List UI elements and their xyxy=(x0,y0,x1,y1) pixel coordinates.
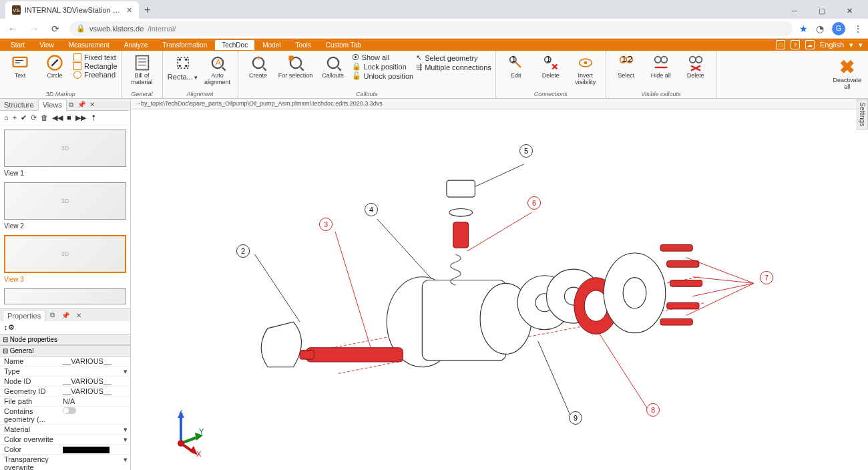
window-minimize-icon[interactable]: ─ xyxy=(781,3,808,19)
callout-5[interactable]: 5 xyxy=(519,144,533,158)
sort-icon[interactable]: ↕⚙ xyxy=(4,323,15,331)
props-close-icon[interactable]: ✕ xyxy=(74,312,83,319)
tab-properties[interactable]: Properties xyxy=(3,310,45,322)
help-icon[interactable]: ? xyxy=(791,40,800,49)
window-maximize-icon[interactable]: ▢ xyxy=(809,3,835,19)
ribbon-tab-measurement[interactable]: Measurement xyxy=(62,40,116,50)
create-callout-button[interactable]: + Create xyxy=(242,52,274,90)
add-view-icon[interactable]: + xyxy=(13,113,17,122)
prev-icon[interactable]: ◀◀ xyxy=(52,113,63,122)
delete-view-icon[interactable]: 🗑 xyxy=(41,113,48,122)
ribbon-tab-tools[interactable]: Tools xyxy=(288,40,317,50)
info-icon[interactable]: □ xyxy=(776,40,785,49)
for-selection-button[interactable]: For selection xyxy=(277,52,314,90)
check-icon[interactable]: ✔ xyxy=(21,113,27,122)
props-dock-icon[interactable]: ⧉ xyxy=(48,311,57,319)
refresh-icon[interactable]: ⟳ xyxy=(31,113,37,122)
deactivate-all-button[interactable]: ✖ Deactivate all xyxy=(826,51,868,98)
section-general[interactable]: General xyxy=(0,345,130,357)
edit-connection-button[interactable]: 1 Edit xyxy=(500,52,532,90)
prop-val-transp-ow[interactable] xyxy=(60,455,130,470)
cloud-icon[interactable]: ☁ xyxy=(805,40,815,49)
select-callouts-button[interactable]: 12 Select xyxy=(610,52,642,90)
hide-all-button[interactable]: Hide all xyxy=(645,52,677,90)
bom-button[interactable]: Bill of material xyxy=(126,52,158,90)
invert-visibility-button[interactable]: Invert visibility xyxy=(570,52,602,90)
prop-val-color[interactable] xyxy=(60,445,130,454)
prop-val-contains[interactable] xyxy=(60,407,130,424)
panel-dock-icon[interactable]: ⧉ xyxy=(67,101,75,109)
browser-tab[interactable]: VS INTERNAL 3DViewStation WebV × xyxy=(5,1,139,19)
user-avatar[interactable]: G xyxy=(832,22,845,35)
window-close-icon[interactable]: ✕ xyxy=(836,3,863,19)
callouts-button[interactable]: Callouts xyxy=(317,52,349,90)
recta-button[interactable]: Recta... ▾ xyxy=(167,52,199,90)
color-swatch[interactable] xyxy=(63,447,110,453)
rectangle-button[interactable]: Rectangle xyxy=(73,62,118,70)
panel-close-icon[interactable]: ✕ xyxy=(87,101,97,108)
3d-canvas[interactable]: 23456789 Z Y X xyxy=(131,109,868,470)
prop-val-nodeid[interactable]: __VARIOUS__ xyxy=(60,377,130,386)
language-selector[interactable]: English xyxy=(820,41,844,49)
stop-icon[interactable]: ■ xyxy=(67,113,71,122)
bookmark-star-icon[interactable]: ★ xyxy=(799,23,808,34)
delete-connection-button[interactable]: 1 Delete xyxy=(535,52,567,90)
tab-views[interactable]: Views xyxy=(38,99,67,111)
callout-6[interactable]: 6 xyxy=(527,196,541,210)
delete-callouts-button[interactable]: Delete xyxy=(680,52,712,90)
prop-val-color-ow[interactable] xyxy=(60,435,130,444)
view-thumb-4[interactable] xyxy=(4,288,126,304)
prop-val-name[interactable]: __VARIOUS__ xyxy=(60,357,130,366)
browser-menu-icon[interactable]: ⋮ xyxy=(853,23,863,34)
nav-back-icon[interactable]: ← xyxy=(5,23,20,34)
freehand-button[interactable]: Freehand xyxy=(73,71,118,79)
ribbon-tab-custom[interactable]: Custom Tab xyxy=(319,40,368,50)
props-pin-icon[interactable]: 📌 xyxy=(59,312,71,319)
ribbon-tab-model[interactable]: Model xyxy=(256,40,287,50)
unlock-position-button[interactable]: 🔓Unlock position xyxy=(352,71,414,80)
select-geometry-button[interactable]: ↖Select geometry xyxy=(416,53,491,62)
ribbon-tab-transformation[interactable]: Transformation xyxy=(156,40,214,50)
lock-position-button[interactable]: 🔒Lock position xyxy=(352,62,414,71)
view-thumb-2[interactable]: 3D xyxy=(4,182,126,220)
circle-button[interactable]: Circle xyxy=(39,52,71,90)
ribbon-tab-view[interactable]: View xyxy=(33,40,61,50)
tab-structure[interactable]: Structure xyxy=(0,99,38,110)
multiple-connections-button[interactable]: ⇶Multiple connections xyxy=(416,63,491,71)
prop-val-geomid[interactable]: __VARIOUS__ xyxy=(60,387,130,396)
next-icon[interactable]: ▶▶ xyxy=(75,113,86,122)
text-button[interactable]: Text xyxy=(4,52,36,90)
nav-reload-icon[interactable]: ⟳ xyxy=(48,23,63,34)
callout-2[interactable]: 2 xyxy=(236,244,250,258)
view-thumb-3[interactable]: 3D xyxy=(4,235,126,272)
callout-8[interactable]: 8 xyxy=(646,403,660,417)
callout-9[interactable]: 9 xyxy=(569,411,582,425)
callout-3[interactable]: 3 xyxy=(319,218,333,231)
language-chevron-icon[interactable]: ▾ xyxy=(849,41,853,49)
view-thumb-1[interactable]: 3D xyxy=(4,130,126,167)
ribbon-collapse-icon[interactable]: ▾ xyxy=(859,41,863,49)
callout-7[interactable]: 7 xyxy=(760,271,773,284)
ribbon-tab-analyze[interactable]: Analyze xyxy=(118,40,155,50)
prop-val-type[interactable] xyxy=(60,367,130,376)
callout-4[interactable]: 4 xyxy=(365,203,378,216)
new-tab-button[interactable]: + xyxy=(139,1,156,19)
home-icon[interactable]: ⌂ xyxy=(4,113,9,122)
tab-close-icon[interactable]: × xyxy=(127,5,132,15)
export-icon[interactable]: ⭱ xyxy=(90,113,97,122)
prop-val-material[interactable] xyxy=(60,425,130,434)
show-all-button[interactable]: ⦿Show all xyxy=(352,53,414,61)
settings-side-tab[interactable]: Settings xyxy=(857,99,868,130)
nav-forward-icon[interactable]: → xyxy=(27,23,41,34)
panel-pin-icon[interactable]: 📌 xyxy=(75,101,87,108)
fixed-text-button[interactable]: Fixed text xyxy=(73,53,118,61)
prop-val-filepath[interactable]: N/A xyxy=(60,397,130,406)
url-input[interactable]: 🔒 vsweb.kisters.de/internal/ xyxy=(69,21,793,36)
auto-align-button[interactable]: A Auto alignment xyxy=(202,52,234,90)
ribbon-tab-techdoc[interactable]: TechDoc xyxy=(215,40,254,50)
ribbon-tab-start[interactable]: Start xyxy=(4,40,31,50)
section-node-properties[interactable]: Node properties xyxy=(0,334,130,345)
toggle-contains-geometry[interactable] xyxy=(63,407,76,414)
axis-gizmo[interactable]: Z Y X xyxy=(158,410,204,457)
extensions-icon[interactable]: ◔ xyxy=(816,23,824,34)
